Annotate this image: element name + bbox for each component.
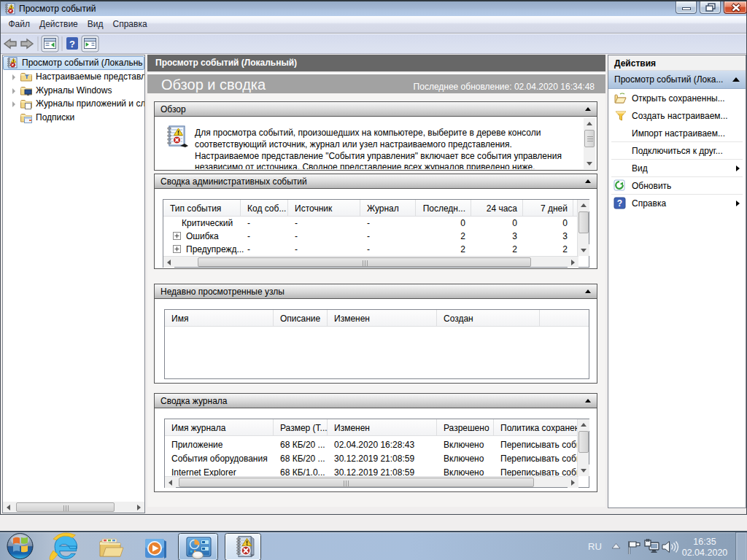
svg-text:RU: RU xyxy=(588,541,602,552)
svg-text:?: ? xyxy=(617,198,622,209)
svg-text:?: ? xyxy=(69,39,75,50)
svg-text:16:35: 16:35 xyxy=(693,537,716,547)
svg-text:02.04.2020: 02.04.2020 xyxy=(682,548,728,558)
